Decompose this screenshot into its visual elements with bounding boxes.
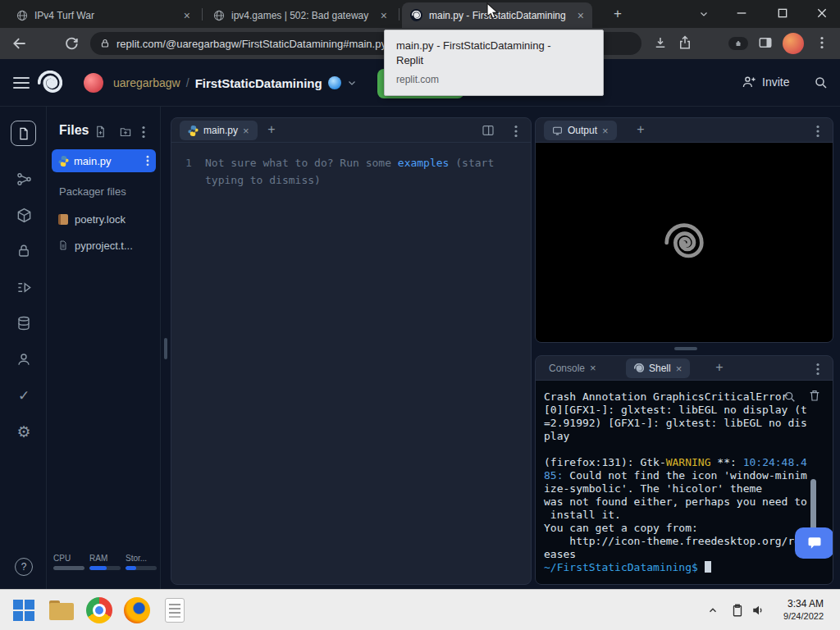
new-tab-button[interactable]: +: [609, 5, 627, 23]
breadcrumb[interactable]: uaregarbagw / FirstStaticDatamining: [113, 59, 357, 107]
terminal-cursor: [705, 561, 711, 573]
chevron-down-icon[interactable]: [347, 78, 357, 88]
secrets-lock-icon[interactable]: [14, 241, 34, 261]
editor-menu-kebab-icon[interactable]: [514, 125, 518, 138]
panel-resize-handle-horizontal[interactable]: [674, 347, 697, 350]
search-icon[interactable]: [814, 75, 829, 90]
editor-new-tab-button[interactable]: +: [263, 121, 280, 138]
breadcrumb-separator: /: [186, 76, 189, 89]
add-folder-icon[interactable]: [119, 126, 132, 138]
share-icon[interactable]: [678, 35, 692, 50]
shell-tab[interactable]: Shell ×: [626, 358, 690, 378]
console-new-tab-button[interactable]: +: [711, 359, 728, 376]
chrome-icon[interactable]: [85, 596, 113, 624]
chat-bubble-button[interactable]: [795, 527, 833, 559]
output-tab-label: Output: [568, 125, 597, 136]
gear-icon[interactable]: ⚙: [14, 422, 34, 441]
console-tab[interactable]: Console ×: [549, 362, 596, 374]
tab-close-icon[interactable]: ×: [602, 125, 609, 137]
browser-menu-kebab-icon[interactable]: [820, 36, 824, 49]
file-manager-icon[interactable]: [48, 596, 75, 624]
file-item[interactable]: pyproject.t...: [52, 235, 156, 256]
files-title: Files: [59, 123, 89, 138]
console-menu-kebab-icon[interactable]: [816, 363, 819, 376]
terminal-line: You can get a copy from:: [544, 522, 824, 535]
window-maximize-button[interactable]: [776, 7, 789, 20]
files-icon[interactable]: [11, 121, 36, 146]
browser-tab-1[interactable]: IPv4 Turf War ×: [8, 2, 199, 28]
play-list-icon[interactable]: [14, 277, 34, 297]
hamburger-menu-icon[interactable]: [13, 77, 30, 89]
add-file-icon[interactable]: [94, 126, 107, 138]
extensions-icon[interactable]: [728, 37, 748, 50]
user-avatar[interactable]: [84, 73, 103, 93]
firefox-icon[interactable]: [123, 596, 151, 624]
file-item[interactable]: poetry.lock: [52, 208, 156, 230]
tab-close-icon[interactable]: ×: [184, 10, 190, 21]
ghost-examples-link[interactable]: examples: [398, 157, 450, 169]
console-tabbar: Console × Shell × +: [536, 356, 833, 381]
tab-close-icon[interactable]: ×: [243, 125, 249, 137]
replit-logo-icon[interactable]: [38, 71, 62, 95]
breadcrumb-username[interactable]: uaregarbagw: [113, 76, 180, 89]
clipboard-icon[interactable]: [730, 603, 745, 618]
text-editor-icon[interactable]: [161, 596, 189, 624]
output-panel: Output × +: [535, 117, 833, 343]
invite-label: Invite: [762, 75, 789, 89]
version-control-icon[interactable]: [14, 169, 34, 189]
app-launcher-icon[interactable]: [10, 596, 38, 624]
reload-icon[interactable]: [64, 35, 80, 51]
terminal-search-icon[interactable]: [783, 390, 797, 404]
display-icon: [552, 126, 563, 136]
browser-tab-2[interactable]: ipv4.games | 502: Bad gateway ×: [205, 2, 395, 28]
console-tab-label: Console: [549, 363, 585, 374]
ghost-prefix: Not sure what to do? Run some: [205, 157, 398, 169]
split-layout-icon[interactable]: [482, 124, 495, 137]
help-icon[interactable]: ?: [15, 558, 33, 576]
back-icon[interactable]: [11, 35, 28, 52]
checkmark-icon[interactable]: ✓: [14, 386, 34, 405]
side-panel-icon[interactable]: [758, 35, 773, 50]
tooltip-title-line2: Replit: [396, 53, 591, 68]
profile-avatar[interactable]: [783, 33, 804, 54]
terminal-trash-icon[interactable]: [808, 389, 821, 402]
output-tabbar: Output × +: [536, 118, 833, 143]
terminal-line: eases: [544, 548, 824, 561]
user-icon[interactable]: [14, 349, 34, 369]
terminal-line: ~/FirstStaticDatamining$: [544, 561, 824, 574]
breadcrumb-project[interactable]: FirstStaticDatamining: [195, 76, 322, 90]
file-item-selected[interactable]: main.py: [52, 149, 156, 172]
tab-close-icon[interactable]: ×: [381, 10, 387, 21]
tab-close-icon[interactable]: ×: [676, 363, 682, 375]
window-close-button[interactable]: [815, 7, 829, 20]
tab-search-caret-icon[interactable]: [699, 9, 709, 19]
taskbar-clock[interactable]: 3:34 AM 9/24/2022: [755, 598, 824, 623]
database-icon[interactable]: [14, 313, 34, 333]
output-tab[interactable]: Output ×: [544, 121, 617, 140]
terminal[interactable]: Crash Annotation GraphicsCriticalError[0…: [536, 381, 833, 584]
tab-close-icon[interactable]: ×: [590, 362, 596, 374]
file-kebab-icon[interactable]: [146, 155, 149, 167]
files-panel: Files main.py Packager files poetry.lock…: [47, 107, 161, 589]
editor-tab-label: main.py: [203, 125, 238, 136]
packages-cube-icon[interactable]: [14, 205, 34, 225]
tab-title: ipv4.games | 502: Bad gateway: [231, 10, 376, 21]
tab-close-icon[interactable]: ×: [578, 10, 584, 21]
python-file-icon: [188, 126, 199, 136]
download-icon[interactable]: [653, 35, 668, 50]
ghost-line2: typing to dismiss): [205, 171, 494, 189]
file-name: main.py: [74, 155, 141, 167]
editor-tab-mainpy[interactable]: main.py ×: [180, 121, 258, 140]
tray-chevron-up-icon[interactable]: [707, 605, 719, 616]
meter-label: Stor...: [126, 554, 157, 563]
invite-button[interactable]: Invite: [742, 75, 789, 89]
panel-resize-handle-vertical[interactable]: [164, 338, 167, 359]
window-minimize-button[interactable]: [735, 7, 748, 20]
screen: IPv4 Turf War × ipv4.games | 502: Bad ga…: [0, 0, 840, 630]
files-menu-kebab-icon[interactable]: [142, 126, 145, 139]
output-display[interactable]: [536, 143, 833, 342]
editor-panel: main.py × + 1 Not sure what to do? Run s…: [171, 117, 532, 585]
output-menu-kebab-icon[interactable]: [816, 125, 819, 138]
poetry-lock-icon: [58, 214, 68, 225]
output-new-tab-button[interactable]: +: [632, 121, 649, 138]
